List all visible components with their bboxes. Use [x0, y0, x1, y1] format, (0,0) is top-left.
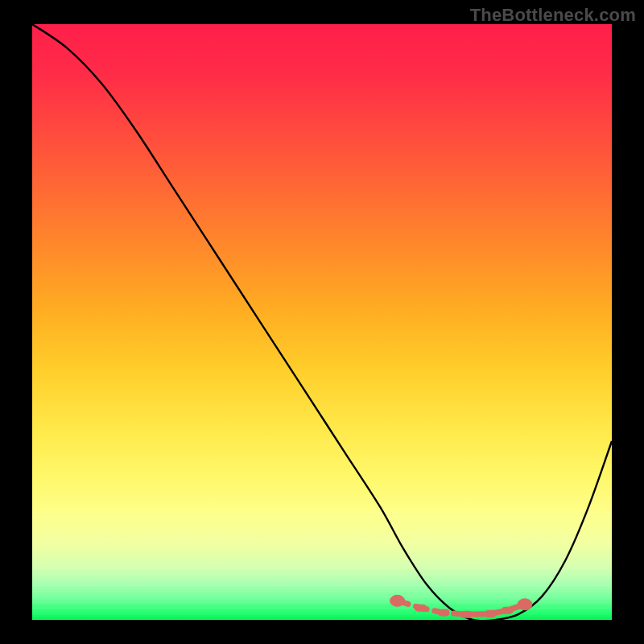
- svg-rect-1: [415, 605, 426, 611]
- optimal-range-markers: [390, 595, 532, 617]
- svg-rect-3: [461, 611, 473, 617]
- svg-point-6: [518, 599, 532, 610]
- svg-rect-2: [438, 609, 449, 616]
- bottleneck-curve: [32, 24, 612, 620]
- svg-rect-5: [502, 607, 513, 613]
- curve-layer: [32, 24, 612, 620]
- svg-point-0: [390, 595, 405, 606]
- watermark-text: TheBottleneck.com: [470, 5, 636, 26]
- chart-frame: TheBottleneck.com: [0, 0, 644, 644]
- plot-area: [32, 24, 612, 620]
- svg-rect-4: [485, 611, 496, 617]
